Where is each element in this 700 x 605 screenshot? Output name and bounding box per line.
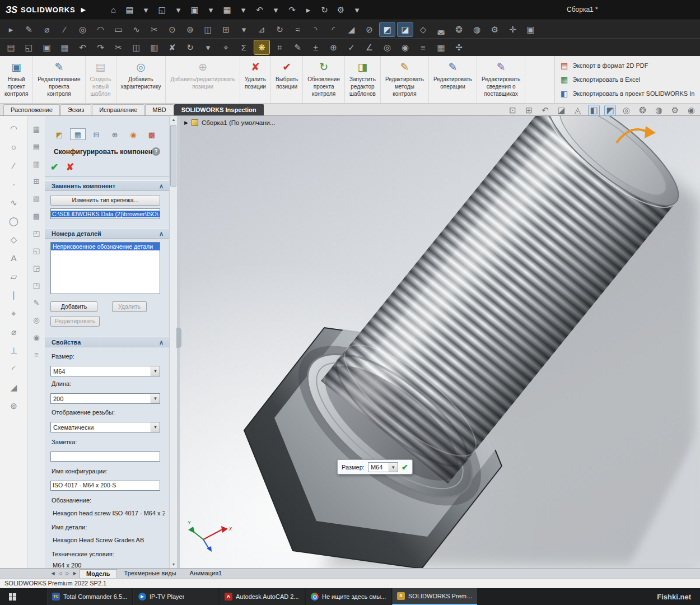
solidworks-brand[interactable]: ЗS SOLIDWORKS ▶ [0, 5, 91, 15]
start-button[interactable] [0, 588, 25, 605]
tree-expand-icon[interactable]: ▶ [184, 120, 188, 125]
hide-show-items-icon[interactable]: ◎ [621, 105, 632, 115]
list-item[interactable]: Неприсвоенное обозначение детали [51, 243, 160, 250]
last-tab-icon[interactable]: ▶ [71, 571, 78, 576]
border-icon[interactable]: ◲ [30, 263, 43, 274]
sketch-icon[interactable]: ✎ [21, 22, 36, 36]
feature-tree-root[interactable]: ▶ Сборка1 (По умолчани... [184, 119, 275, 126]
chamfer-icon[interactable]: ◢ [344, 22, 359, 36]
weld-symbol-icon[interactable]: ∠ [362, 40, 377, 54]
plane-tool-icon[interactable]: ▱ [6, 269, 22, 283]
paste-icon[interactable]: ▥ [147, 40, 162, 54]
edit-supplier-info-button[interactable]: ✎Редактировать сведения о поставщиках [477, 56, 525, 103]
target-tab-icon[interactable]: ⊕ [107, 128, 123, 140]
first-tab-icon[interactable]: ◀ [49, 571, 57, 576]
revolved-boss-icon[interactable]: ↻ [272, 22, 287, 36]
help-icon[interactable]: ? [152, 147, 160, 156]
redo-icon[interactable]: ↷ [93, 40, 108, 54]
edit-operations-button[interactable]: ✎Редактировать операции [429, 56, 477, 103]
dimension-tool-icon[interactable]: ⌀ [6, 325, 22, 339]
size-select[interactable]: M64 ▾ [50, 366, 160, 376]
configuration-tab-icon[interactable]: ◩ [52, 128, 67, 140]
fillet-tool-icon[interactable]: ◜ [6, 362, 22, 376]
arc-tool-icon[interactable]: ◠ [6, 122, 22, 136]
scrollbar-thumb[interactable] [170, 125, 176, 187]
chamfer-tool-icon[interactable]: ◢ [6, 380, 22, 394]
remove-button[interactable]: Удалить [112, 301, 147, 312]
balloon-tool-icon[interactable]: ◎ [30, 315, 43, 326]
auto-balloon-icon[interactable]: ◉ [398, 40, 413, 54]
mate-icon[interactable]: ⚙ [487, 22, 502, 36]
datum-icon[interactable]: ⊕ [326, 40, 341, 54]
stacked-balloon-icon[interactable]: ◉ [30, 332, 43, 343]
rebuild-icon[interactable]: ↻ [317, 3, 332, 17]
smart-dimension-icon[interactable]: ⌀ [39, 22, 54, 36]
menu-expand-arrow-icon[interactable]: ▶ [81, 6, 86, 13]
lofted-boss-icon[interactable]: ◝ [308, 22, 323, 36]
chevron-down-icon[interactable]: ▾ [171, 3, 186, 17]
save-icon[interactable]: ▣ [39, 40, 54, 54]
thread-display-select[interactable]: Схематически ▾ [50, 422, 160, 432]
magnetic-line-icon[interactable]: ≡ [30, 350, 43, 361]
view-orientation-icon[interactable]: ◧ [589, 105, 599, 115]
chevron-down-icon[interactable]: ▾ [138, 3, 153, 17]
mirror-entities-icon[interactable]: ◫ [200, 22, 216, 36]
ellipse-tool-icon[interactable]: ◯ [6, 214, 22, 228]
new-inspection-project-button[interactable]: ▣Новый проект контроля [0, 56, 33, 103]
text-tool-icon[interactable]: A [6, 251, 22, 265]
scene-icon[interactable]: ◍ [469, 22, 484, 36]
spline-tool-icon[interactable]: ∿ [6, 196, 22, 210]
measure-icon[interactable]: ⌖ [218, 40, 234, 54]
edit-part-icon[interactable]: ▣ [523, 22, 538, 36]
fillet-icon[interactable]: ◜ [326, 22, 341, 36]
part-number-tab-icon[interactable]: ▦ [70, 128, 86, 140]
edit-inspection-project-button[interactable]: ✎Редактирование проекта контроля [33, 56, 85, 103]
zoom-fit-icon[interactable]: ⊡ [507, 105, 518, 115]
magnetic-line-icon[interactable]: ≡ [416, 40, 431, 54]
home-icon[interactable]: ⌂ [106, 3, 121, 17]
weldment-table-icon[interactable]: ▧ [30, 193, 43, 204]
note-input[interactable] [50, 452, 160, 462]
panel-collapse-handle[interactable] [176, 328, 181, 348]
hole-wizard-icon[interactable]: ⊘ [362, 22, 377, 36]
isometric-view-icon[interactable]: ◩ [380, 22, 395, 36]
chevron-down-icon[interactable]: ▾ [349, 3, 365, 17]
tab-model[interactable]: Модель [80, 569, 117, 578]
relation-tool-icon[interactable]: ⊥ [6, 343, 22, 357]
section-part-numbers[interactable]: Номера деталей ∧ [45, 228, 169, 239]
chevron-down-icon[interactable]: ▾ [236, 3, 251, 17]
add-characteristic-button[interactable]: ◎Добавить характеристику [116, 56, 166, 103]
dimxpert-icon[interactable]: ⌗ [272, 40, 287, 54]
taskbar-item-chrome[interactable]: Не ищите здесь смы... [306, 588, 391, 605]
undo-icon[interactable]: ↶ [75, 40, 90, 54]
open-icon[interactable]: ◱ [21, 40, 36, 54]
design-table-icon[interactable]: ▦ [30, 124, 43, 135]
panel-scrollbar[interactable]: ▲ ▼ [169, 116, 177, 568]
rebuild-icon[interactable]: ↻ [183, 40, 198, 54]
select-balloons-button[interactable]: ✔Выбрать позиции [271, 56, 303, 103]
tolerance-icon[interactable]: ± [308, 40, 323, 54]
next-tab-icon[interactable]: ▷ [64, 571, 71, 576]
sheet-format-icon[interactable]: ◰ [30, 228, 43, 239]
tab-mbd[interactable]: MBD [145, 104, 173, 115]
print-icon[interactable]: ▦ [57, 40, 72, 54]
section-view-icon[interactable]: ◪ [556, 105, 567, 115]
tab-repair[interactable]: Исправление [92, 104, 144, 115]
bom-table-icon[interactable]: ▤ [30, 141, 43, 152]
delete-icon[interactable]: ✘ [165, 40, 180, 54]
add-edit-balloons-button[interactable]: ⊕Добавить/редактировать позиции [166, 56, 240, 103]
tab-sketch[interactable]: Эскиз [60, 104, 91, 115]
configuration-name-input[interactable]: ISO 4017 - M64 x 200-S [50, 481, 160, 491]
3d-viewport[interactable]: ▶ Сборка1 (По умолчани... Размер: M64 ▾ … [180, 116, 700, 568]
callout-ok-button[interactable]: ✔ [402, 463, 408, 472]
new-document-icon[interactable]: ▤ [122, 3, 137, 17]
section-view-icon[interactable]: ◛ [433, 22, 449, 36]
extruded-boss-icon[interactable]: ⊿ [254, 22, 269, 36]
add-button[interactable]: Добавить [50, 301, 97, 312]
wireframe-icon[interactable]: ◇ [416, 22, 431, 36]
rectangle-icon[interactable]: ▭ [111, 22, 126, 36]
part-number-list[interactable]: Неприсвоенное обозначение детали [50, 242, 160, 294]
display-style-icon[interactable]: ◩ [605, 105, 615, 115]
tab-3d-views[interactable]: Трехмерные виды [118, 569, 183, 578]
select-arrow-icon[interactable]: ▸ [301, 3, 316, 17]
